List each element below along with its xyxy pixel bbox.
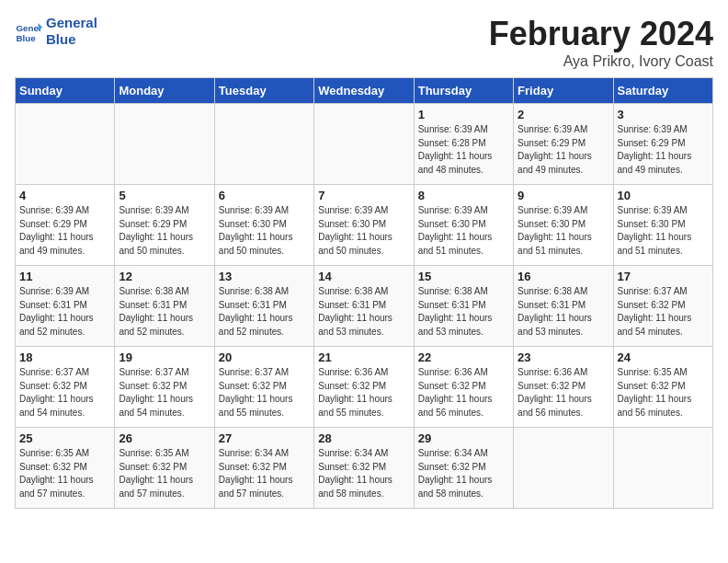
- day-info: Sunrise: 6:39 AM Sunset: 6:31 PM Dayligh…: [19, 285, 110, 339]
- day-info: Sunrise: 6:39 AM Sunset: 6:28 PM Dayligh…: [418, 123, 509, 177]
- day-info: Sunrise: 6:39 AM Sunset: 6:29 PM Dayligh…: [618, 123, 709, 177]
- day-info: Sunrise: 6:35 AM Sunset: 6:32 PM Dayligh…: [618, 366, 709, 419]
- svg-text:Blue: Blue: [17, 33, 37, 43]
- weekday-header-friday: Friday: [514, 78, 613, 104]
- day-number: 1: [418, 108, 509, 121]
- day-info: Sunrise: 6:38 AM Sunset: 6:31 PM Dayligh…: [518, 285, 609, 339]
- day-info: Sunrise: 6:36 AM Sunset: 6:32 PM Dayligh…: [418, 366, 509, 419]
- day-cell: 25Sunrise: 6:35 AM Sunset: 6:32 PM Dayli…: [16, 428, 115, 509]
- day-cell: [613, 428, 712, 509]
- day-number: 14: [318, 270, 409, 283]
- day-number: 28: [318, 431, 409, 445]
- logo-blue: Blue: [46, 31, 97, 48]
- day-number: 17: [618, 270, 709, 283]
- day-info: Sunrise: 6:39 AM Sunset: 6:30 PM Dayligh…: [618, 204, 709, 258]
- weekday-header-wednesday: Wednesday: [314, 78, 414, 104]
- day-cell: 13Sunrise: 6:38 AM Sunset: 6:31 PM Dayli…: [214, 266, 313, 347]
- day-number: 20: [219, 350, 310, 364]
- day-info: Sunrise: 6:36 AM Sunset: 6:32 PM Dayligh…: [318, 366, 409, 419]
- week-row-5: 25Sunrise: 6:35 AM Sunset: 6:32 PM Dayli…: [16, 428, 713, 509]
- day-info: Sunrise: 6:38 AM Sunset: 6:31 PM Dayligh…: [119, 285, 210, 339]
- day-number: 27: [219, 431, 310, 445]
- day-info: Sunrise: 6:39 AM Sunset: 6:29 PM Dayligh…: [19, 204, 110, 258]
- day-info: Sunrise: 6:35 AM Sunset: 6:32 PM Dayligh…: [19, 447, 110, 500]
- day-cell: 21Sunrise: 6:36 AM Sunset: 6:32 PM Dayli…: [314, 347, 414, 428]
- day-info: Sunrise: 6:38 AM Sunset: 6:31 PM Dayligh…: [219, 285, 310, 339]
- day-cell: [314, 104, 414, 185]
- location-title: Aya Prikro, Ivory Coast: [489, 53, 713, 70]
- day-cell: 4Sunrise: 6:39 AM Sunset: 6:29 PM Daylig…: [16, 185, 115, 266]
- day-cell: 14Sunrise: 6:38 AM Sunset: 6:31 PM Dayli…: [314, 266, 414, 347]
- day-info: Sunrise: 6:37 AM Sunset: 6:32 PM Dayligh…: [19, 366, 110, 419]
- day-cell: 20Sunrise: 6:37 AM Sunset: 6:32 PM Dayli…: [214, 347, 313, 428]
- logo-icon: General Blue: [15, 17, 42, 45]
- day-info: Sunrise: 6:37 AM Sunset: 6:32 PM Dayligh…: [119, 366, 210, 419]
- day-cell: 10Sunrise: 6:39 AM Sunset: 6:30 PM Dayli…: [613, 185, 712, 266]
- day-cell: [214, 104, 313, 185]
- day-number: 10: [618, 189, 709, 202]
- day-cell: 1Sunrise: 6:39 AM Sunset: 6:28 PM Daylig…: [414, 104, 513, 185]
- day-cell: 8Sunrise: 6:39 AM Sunset: 6:30 PM Daylig…: [414, 185, 513, 266]
- weekday-header-saturday: Saturday: [613, 78, 712, 104]
- weekday-header-row: SundayMondayTuesdayWednesdayThursdayFrid…: [16, 78, 713, 104]
- day-number: 21: [318, 350, 409, 364]
- day-info: Sunrise: 6:35 AM Sunset: 6:32 PM Dayligh…: [119, 447, 210, 500]
- day-number: 12: [119, 270, 210, 283]
- day-number: 4: [19, 189, 110, 202]
- weekday-header-sunday: Sunday: [16, 78, 115, 104]
- day-number: 18: [19, 350, 110, 364]
- day-info: Sunrise: 6:39 AM Sunset: 6:30 PM Dayligh…: [318, 204, 409, 258]
- day-number: 29: [418, 431, 509, 445]
- day-cell: 16Sunrise: 6:38 AM Sunset: 6:31 PM Dayli…: [514, 266, 613, 347]
- day-info: Sunrise: 6:39 AM Sunset: 6:30 PM Dayligh…: [418, 204, 509, 258]
- day-number: 8: [418, 189, 509, 202]
- day-cell: 28Sunrise: 6:34 AM Sunset: 6:32 PM Dayli…: [314, 428, 414, 509]
- day-number: 7: [318, 189, 409, 202]
- day-number: 15: [418, 270, 509, 283]
- day-info: Sunrise: 6:34 AM Sunset: 6:32 PM Dayligh…: [219, 447, 310, 500]
- day-number: 25: [19, 431, 110, 445]
- week-row-1: 1Sunrise: 6:39 AM Sunset: 6:28 PM Daylig…: [16, 104, 713, 185]
- day-cell: 12Sunrise: 6:38 AM Sunset: 6:31 PM Dayli…: [115, 266, 214, 347]
- day-cell: 15Sunrise: 6:38 AM Sunset: 6:31 PM Dayli…: [414, 266, 513, 347]
- month-title: February 2024: [489, 15, 713, 53]
- day-cell: 7Sunrise: 6:39 AM Sunset: 6:30 PM Daylig…: [314, 185, 414, 266]
- day-number: 13: [219, 270, 310, 283]
- day-cell: 9Sunrise: 6:39 AM Sunset: 6:30 PM Daylig…: [514, 185, 613, 266]
- day-number: 23: [518, 350, 609, 364]
- calendar-table: SundayMondayTuesdayWednesdayThursdayFrid…: [15, 77, 713, 509]
- day-info: Sunrise: 6:38 AM Sunset: 6:31 PM Dayligh…: [318, 285, 409, 339]
- logo-general: General: [46, 15, 97, 31]
- day-info: Sunrise: 6:34 AM Sunset: 6:32 PM Dayligh…: [318, 447, 409, 500]
- day-cell: 29Sunrise: 6:34 AM Sunset: 6:32 PM Dayli…: [414, 428, 513, 509]
- day-cell: [16, 104, 115, 185]
- day-number: 5: [119, 189, 210, 202]
- weekday-header-monday: Monday: [115, 78, 214, 104]
- day-cell: 18Sunrise: 6:37 AM Sunset: 6:32 PM Dayli…: [16, 347, 115, 428]
- day-cell: 26Sunrise: 6:35 AM Sunset: 6:32 PM Dayli…: [115, 428, 214, 509]
- day-number: 26: [119, 431, 210, 445]
- day-cell: 23Sunrise: 6:36 AM Sunset: 6:32 PM Dayli…: [514, 347, 613, 428]
- day-number: 6: [219, 189, 310, 202]
- day-number: 9: [518, 189, 609, 202]
- weekday-header-thursday: Thursday: [414, 78, 513, 104]
- day-cell: 11Sunrise: 6:39 AM Sunset: 6:31 PM Dayli…: [16, 266, 115, 347]
- day-cell: 24Sunrise: 6:35 AM Sunset: 6:32 PM Dayli…: [613, 347, 712, 428]
- day-info: Sunrise: 6:37 AM Sunset: 6:32 PM Dayligh…: [618, 285, 709, 339]
- day-number: 11: [19, 270, 110, 283]
- page-header: General Blue General Blue February 2024 …: [15, 15, 713, 70]
- day-number: 24: [618, 350, 709, 364]
- title-block: February 2024 Aya Prikro, Ivory Coast: [489, 15, 713, 70]
- weekday-header-tuesday: Tuesday: [214, 78, 313, 104]
- day-cell: [514, 428, 613, 509]
- day-info: Sunrise: 6:39 AM Sunset: 6:30 PM Dayligh…: [219, 204, 310, 258]
- day-cell: 3Sunrise: 6:39 AM Sunset: 6:29 PM Daylig…: [613, 104, 712, 185]
- logo: General Blue General Blue: [15, 15, 97, 48]
- day-info: Sunrise: 6:36 AM Sunset: 6:32 PM Dayligh…: [518, 366, 609, 419]
- day-number: 19: [119, 350, 210, 364]
- day-cell: [115, 104, 214, 185]
- day-number: 22: [418, 350, 509, 364]
- week-row-4: 18Sunrise: 6:37 AM Sunset: 6:32 PM Dayli…: [16, 347, 713, 428]
- day-cell: 17Sunrise: 6:37 AM Sunset: 6:32 PM Dayli…: [613, 266, 712, 347]
- day-info: Sunrise: 6:37 AM Sunset: 6:32 PM Dayligh…: [219, 366, 310, 419]
